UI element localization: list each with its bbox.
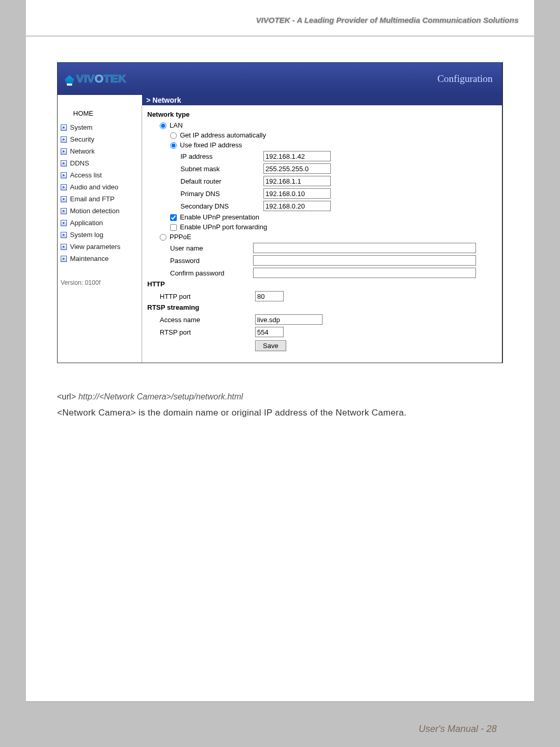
upnp-present-row[interactable]: Enable UPnP presentation bbox=[147, 213, 494, 221]
radio-lan[interactable] bbox=[160, 122, 166, 129]
arrow-right-icon: ▸ bbox=[61, 256, 67, 262]
footer: User's Manual - 28 bbox=[26, 701, 534, 747]
page-number: User's Manual - 28 bbox=[419, 724, 497, 735]
doc-header: VIVOTEK - A Leading Provider of Multimed… bbox=[26, 16, 534, 24]
primary-dns-label: Primary DNS bbox=[180, 190, 263, 198]
version-label: Version: 0100f bbox=[58, 265, 142, 286]
sidebar-item-application[interactable]: ▸Application bbox=[58, 217, 142, 229]
url-tag: <url> bbox=[57, 392, 76, 401]
http-port-label: HTTP port bbox=[160, 293, 255, 300]
arrow-right-icon: ▸ bbox=[61, 184, 67, 190]
sidebar-item-label: Application bbox=[70, 219, 103, 227]
confirm-password-input[interactable] bbox=[253, 268, 476, 278]
radio-fixed-row[interactable]: Use fixed IP address bbox=[147, 141, 494, 149]
sidebar-item-label: Audio and video bbox=[70, 183, 118, 191]
upnp-port-row[interactable]: Enable UPnP port forwarding bbox=[147, 223, 494, 231]
rtsp-port-input[interactable] bbox=[255, 327, 284, 337]
ip-address-label: IP address bbox=[180, 153, 263, 160]
subnet-input[interactable] bbox=[263, 163, 331, 174]
access-name-input[interactable] bbox=[255, 314, 323, 325]
radio-pppoe-row[interactable]: PPPoE bbox=[147, 233, 494, 241]
radio-lan-label: LAN bbox=[170, 121, 183, 129]
subnet-label: Subnet mask bbox=[180, 165, 263, 173]
checkbox-upnp-port-forwarding[interactable] bbox=[170, 224, 177, 231]
router-label: Default router bbox=[180, 177, 263, 185]
sidebar-item-label: System log bbox=[70, 231, 103, 239]
section-network-type: Network type bbox=[147, 110, 494, 118]
page-title: Configuration bbox=[437, 73, 493, 85]
divider bbox=[26, 36, 534, 36]
arrow-right-icon: ▸ bbox=[61, 148, 67, 155]
checkbox-upnp-presentation[interactable] bbox=[170, 214, 177, 221]
section-http: HTTP bbox=[147, 280, 494, 288]
url-path: http://<Network Camera>/setup/network.ht… bbox=[78, 392, 243, 401]
sidebar-item-label: Email and FTP bbox=[70, 195, 115, 203]
sidebar-item-motion-detection[interactable]: ▸Motion detection bbox=[58, 205, 142, 217]
ip-address-input[interactable] bbox=[263, 151, 331, 161]
arrow-right-icon: ▸ bbox=[61, 208, 67, 214]
arrow-right-icon: ▸ bbox=[61, 244, 67, 250]
configuration-screenshot: VIVOTEK Configuration > Network HOME ▸Sy… bbox=[57, 62, 503, 363]
sidebar-item-label: Access list bbox=[70, 171, 102, 179]
secondary-dns-input[interactable] bbox=[263, 201, 331, 211]
sidebar-item-audio-video[interactable]: ▸Audio and video bbox=[58, 181, 142, 193]
upnp-presentation-label: Enable UPnP presentation bbox=[180, 213, 259, 221]
rtsp-port-label: RTSP port bbox=[160, 328, 255, 336]
arrow-right-icon: ▸ bbox=[61, 196, 67, 202]
upnp-port-forwarding-label: Enable UPnP port forwarding bbox=[180, 223, 267, 231]
sidebar-item-system-log[interactable]: ▸System log bbox=[58, 229, 142, 241]
radio-get-ip-auto[interactable] bbox=[170, 132, 177, 139]
username-input[interactable] bbox=[253, 243, 476, 253]
arrow-right-icon: ▸ bbox=[61, 172, 67, 178]
sidebar-item-security[interactable]: ▸Security bbox=[58, 133, 142, 145]
router-input[interactable] bbox=[263, 176, 331, 186]
confirm-password-label: Confirm password bbox=[170, 269, 253, 277]
sidebar-item-access-list[interactable]: ▸Access list bbox=[58, 169, 142, 181]
vivotek-logo: VIVOTEK bbox=[65, 72, 127, 86]
primary-dns-input[interactable] bbox=[263, 188, 331, 199]
password-input[interactable] bbox=[253, 255, 476, 266]
url-description: <Network Camera> is the domain name or o… bbox=[57, 405, 503, 421]
secondary-dns-label: Secondary DNS bbox=[180, 202, 263, 210]
radio-lan-row[interactable]: LAN bbox=[147, 121, 494, 129]
logo-text: VIVOTEK bbox=[76, 72, 127, 86]
sidebar-item-maintenance[interactable]: ▸Maintenance bbox=[58, 253, 142, 265]
arrow-right-icon: ▸ bbox=[61, 125, 67, 131]
sidebar-item-label: Network bbox=[70, 147, 95, 155]
radio-auto-row[interactable]: Get IP address automatically bbox=[147, 131, 494, 139]
sidebar-item-label: Maintenance bbox=[70, 255, 108, 262]
sidebar: HOME ▸System ▸Security ▸Network ▸DDNS ▸A… bbox=[58, 105, 142, 363]
radio-fixed-ip[interactable] bbox=[170, 142, 177, 149]
username-label: User name bbox=[170, 244, 253, 252]
arrow-right-icon: ▸ bbox=[61, 220, 67, 226]
arrow-right-icon: ▸ bbox=[61, 136, 67, 143]
content: Network type LAN Get IP address automati… bbox=[142, 105, 502, 363]
logo-icon bbox=[65, 75, 74, 86]
sidebar-item-label: View parameters bbox=[70, 243, 120, 251]
access-name-label: Access name bbox=[160, 316, 255, 324]
radio-pppoe[interactable] bbox=[160, 234, 166, 241]
password-label: Password bbox=[170, 257, 253, 265]
breadcrumb: > Network bbox=[142, 95, 502, 105]
arrow-right-icon: ▸ bbox=[61, 160, 67, 167]
section-rtsp: RTSP streaming bbox=[147, 303, 494, 311]
radio-get-ip-auto-label: Get IP address automatically bbox=[180, 131, 266, 139]
sidebar-item-label: DDNS bbox=[70, 159, 89, 167]
sidebar-item-label: Motion detection bbox=[70, 207, 119, 215]
banner: VIVOTEK Configuration bbox=[58, 63, 502, 95]
sidebar-item-network[interactable]: ▸Network bbox=[58, 145, 142, 157]
sidebar-item-label: Security bbox=[70, 135, 94, 143]
radio-fixed-ip-label: Use fixed IP address bbox=[180, 141, 242, 149]
sidebar-item-email-ftp[interactable]: ▸Email and FTP bbox=[58, 193, 142, 205]
sidebar-item-label: System bbox=[70, 123, 92, 131]
sidebar-item-ddns[interactable]: ▸DDNS bbox=[58, 157, 142, 169]
radio-pppoe-label: PPPoE bbox=[170, 233, 191, 241]
sidebar-item-system[interactable]: ▸System bbox=[58, 121, 142, 133]
below-text: <url> http://<Network Camera>/setup/netw… bbox=[57, 389, 503, 421]
sidebar-home[interactable]: HOME bbox=[58, 105, 142, 121]
sidebar-item-view-parameters[interactable]: ▸View parameters bbox=[58, 241, 142, 253]
save-button[interactable]: Save bbox=[255, 340, 286, 351]
http-port-input[interactable] bbox=[255, 291, 284, 301]
arrow-right-icon: ▸ bbox=[61, 232, 67, 238]
